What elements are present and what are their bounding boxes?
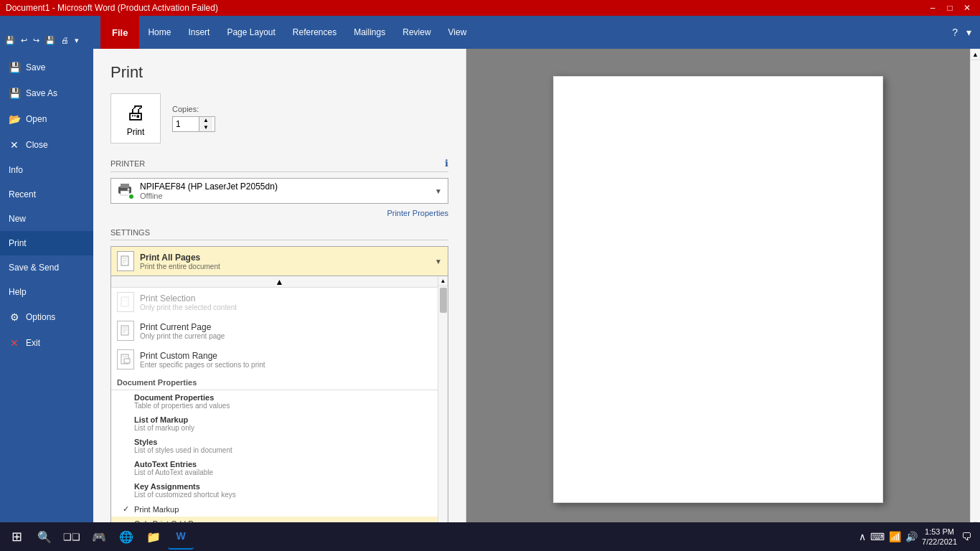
taskbar-files[interactable]: 📁 <box>141 524 166 550</box>
taskbar-word[interactable]: W <box>168 524 194 550</box>
title-bar-controls: – □ ✕ <box>925 2 974 14</box>
settings-dropdown-selected[interactable]: Print All Pages Print the entire documen… <box>110 246 448 276</box>
sidebar-label-save-as: Save As <box>26 88 57 98</box>
sidebar-item-save-as[interactable]: 💾 Save As <box>0 80 93 106</box>
printer-dropdown-arrow: ▼ <box>435 187 442 195</box>
tab-page-layout[interactable]: Page Layout <box>218 16 283 49</box>
qa-redo[interactable]: ↪ <box>31 34 42 47</box>
print-current-info: Print Current Page Only print the curren… <box>140 322 442 340</box>
tray-network[interactable]: 📶 <box>889 531 901 542</box>
copies-label: Copies: <box>172 105 215 113</box>
dropdown-item-key-assignments[interactable]: Key Assignments List of customized short… <box>111 479 448 501</box>
dropdown-item-list-markup[interactable]: List of Markup List of markup only <box>111 413 448 435</box>
dropdown-item-styles[interactable]: Styles List of styles used in document <box>111 435 448 457</box>
page-preview <box>553 76 883 503</box>
taskbar-taskview[interactable]: ❑❑ <box>59 524 85 550</box>
scrollbar-up-arrow[interactable]: ▲ <box>438 276 448 286</box>
sidebar-label-help: Help <box>9 287 27 297</box>
sidebar-item-options[interactable]: ⚙ Options <box>0 304 93 330</box>
sidebar-label-close: Close <box>26 140 48 150</box>
taskbar-search[interactable]: 🔍 <box>32 524 57 550</box>
dropdown-item-print-current[interactable]: Print Current Page Only print the curren… <box>111 316 448 345</box>
print-button-label: Print <box>127 127 145 137</box>
copies-input-wrap: ▲ ▼ <box>172 116 215 132</box>
save-icon: 💾 <box>9 62 20 73</box>
print-button[interactable]: 🖨 Print <box>110 93 161 143</box>
sidebar-label-options: Options <box>26 312 55 322</box>
printer-properties-anchor[interactable]: Printer Properties <box>387 209 448 217</box>
qa-customize[interactable]: ▾ <box>72 34 81 47</box>
taskbar-edge[interactable]: 🌐 <box>113 524 139 550</box>
sidebar-item-close[interactable]: ✕ Close <box>0 132 93 158</box>
copies-input[interactable] <box>173 118 199 131</box>
printer-properties-link: Printer Properties <box>110 208 448 218</box>
preview-scroll-up[interactable]: ▲ <box>971 49 980 60</box>
sidebar-item-new[interactable]: New <box>0 207 93 231</box>
svg-point-3 <box>128 189 130 191</box>
svg-rect-1 <box>121 184 129 188</box>
open-icon: 📂 <box>9 113 20 125</box>
sidebar-item-save[interactable]: 💾 Save <box>0 55 93 80</box>
tray-show-hidden[interactable]: ∧ <box>859 531 866 542</box>
clock-time: 1:53 PM <box>922 527 957 537</box>
settings-option-sub: Print the entire document <box>140 263 435 270</box>
clock-date: 7/22/2021 <box>922 537 957 547</box>
settings-dropdown-arrow: ▼ <box>435 258 442 265</box>
autotext-info: AutoText Entries List of AutoText availa… <box>134 460 213 476</box>
sidebar: 💾 Save 💾 Save As 📂 Open ✕ Close Info Rec… <box>0 49 93 551</box>
copies-down-button[interactable]: ▼ <box>199 124 212 131</box>
tab-review[interactable]: Review <box>394 16 439 49</box>
taskbar-clock[interactable]: 1:53 PM 7/22/2021 <box>922 527 957 547</box>
sidebar-item-info[interactable]: Info <box>0 158 93 182</box>
tray-volume[interactable]: 🔊 <box>905 531 918 542</box>
print-current-title: Print Current Page <box>140 322 442 332</box>
notification-icon[interactable]: 🗨 <box>961 531 971 542</box>
dropdown-item-print-custom[interactable]: Print Custom Range Enter specific pages … <box>111 345 448 374</box>
file-tab[interactable]: File <box>100 16 139 49</box>
sidebar-item-recent[interactable]: Recent <box>0 182 93 207</box>
dropdown-item-print-selection[interactable]: Print Selection Only print the selected … <box>111 288 448 316</box>
start-button[interactable]: ⊞ <box>3 523 30 550</box>
printer-status-dot <box>128 193 135 200</box>
doc-props-info: Document Properties Table of properties … <box>134 393 230 410</box>
tab-view[interactable]: View <box>440 16 476 49</box>
sidebar-item-print[interactable]: Print <box>0 231 93 255</box>
scroll-up-button[interactable]: ▲ <box>111 276 448 288</box>
tab-insert[interactable]: Insert <box>179 16 218 49</box>
sidebar-item-open[interactable]: 📂 Open <box>0 106 93 132</box>
tray-keyboard[interactable]: ⌨ <box>870 531 885 542</box>
printer-info-icon[interactable]: ℹ <box>445 158 448 169</box>
qa-undo[interactable]: ↩ <box>19 34 29 47</box>
dropdown-item-doc-props[interactable]: Document Properties Table of properties … <box>111 390 448 413</box>
close-button[interactable]: ✕ <box>960 2 974 14</box>
tab-home[interactable]: Home <box>139 16 179 49</box>
sidebar-item-help[interactable]: Help <box>0 280 93 304</box>
print-custom-title: Print Custom Range <box>140 351 442 361</box>
list-markup-sub: List of markup only <box>134 424 194 432</box>
ribbon-minimize-icon[interactable]: ▾ <box>963 25 974 39</box>
print-selection-title: Print Selection <box>140 293 442 303</box>
print-panel: Print 🖨 Print Copies: ▲ ▼ Printer <box>93 49 466 551</box>
printer-select[interactable]: NPIFAEF84 (HP LaserJet P2055dn) Offline … <box>110 178 448 204</box>
qa-save[interactable]: 💾 <box>3 34 17 47</box>
taskbar-gamepass[interactable]: 🎮 <box>86 524 112 550</box>
qa-print[interactable]: 🖨 <box>59 34 71 46</box>
sidebar-item-exit[interactable]: ✕ Exit <box>0 330 93 356</box>
dropdown-scrollbar: ▲ ▼ <box>438 276 448 545</box>
maximize-button[interactable]: □ <box>943 2 957 14</box>
minimize-button[interactable]: – <box>925 2 940 14</box>
qa-save2[interactable]: 💾 <box>43 34 57 47</box>
copies-area: Copies: ▲ ▼ <box>172 105 215 132</box>
quick-access-toolbar: 💾 ↩ ↪ 💾 🖨 ▾ <box>0 32 84 49</box>
styles-sub: List of styles used in document <box>134 446 232 454</box>
tab-references[interactable]: References <box>284 16 345 49</box>
dropdown-item-print-markup[interactable]: ✓ Print Markup <box>111 501 448 517</box>
copies-up-button[interactable]: ▲ <box>199 117 212 124</box>
dropdown-item-autotext[interactable]: AutoText Entries List of AutoText availa… <box>111 457 448 479</box>
sidebar-item-save-send[interactable]: Save & Send <box>0 255 93 280</box>
ribbon-help-icon[interactable]: ? <box>949 25 961 39</box>
ribbon-right: ? ▾ <box>949 16 980 49</box>
tab-mailings[interactable]: Mailings <box>345 16 394 49</box>
print-button-area: 🖨 Print Copies: ▲ ▼ <box>110 93 448 143</box>
print-all-pages-icon <box>117 251 134 271</box>
